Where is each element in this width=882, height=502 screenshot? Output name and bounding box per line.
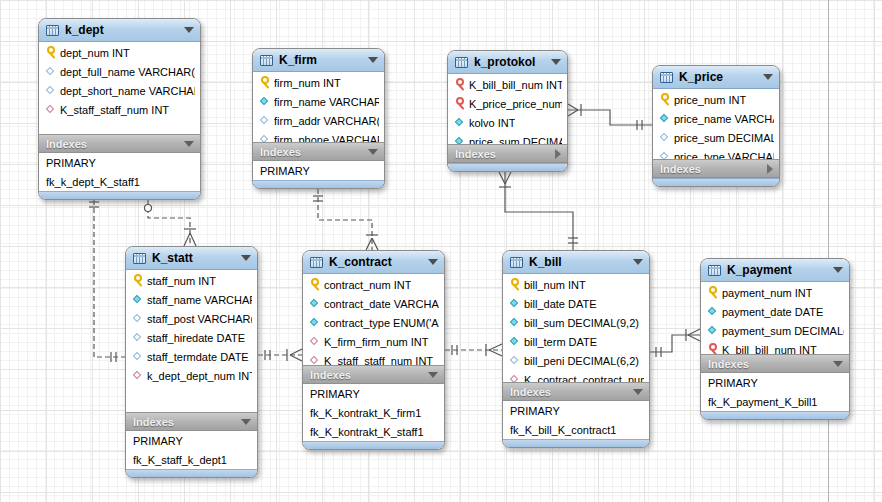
table-K_firm[interactable]: K_firmfirm_num INTfirm_name VARCHAR(45)f… [252,48,385,189]
index-row[interactable]: PRIMARY [701,373,849,392]
collapse-down-arrow-icon[interactable] [633,389,643,395]
index-row[interactable]: fk_K_kontrakt_K_firm1 [303,403,444,422]
column-row[interactable]: firm_name VARCHAR(45) [253,92,384,111]
collapse-arrow-icon[interactable] [428,259,438,265]
columns-section: price_num INTprice_name VARCHAR(45)price… [653,89,779,159]
column-row[interactable]: staff_hiredate DATE [126,328,257,347]
index-row[interactable]: fk_k_dept_K_staff1 [39,172,200,191]
column-row[interactable]: k_dept_dept_num INT [126,366,257,385]
table-header[interactable]: k_dept [39,19,200,42]
table-K_bill[interactable]: K_billbill_num INTbill_date DATEbill_sum… [502,250,650,448]
column-row[interactable]: contract_num INT [303,275,444,294]
table-header[interactable]: K_statt [126,247,257,270]
indexes-header[interactable]: Indexes [303,365,444,384]
indexes-header[interactable]: Indexes [701,354,849,373]
column-row[interactable]: dept_short_name VARCHAR(10) [39,81,200,100]
column-row[interactable]: K_firm_firm_num INT [303,332,444,351]
expand-right-arrow-icon[interactable] [767,164,773,174]
collapse-arrow-icon[interactable] [184,27,194,33]
column-row[interactable]: staff_num INT [126,271,257,290]
relationship-K_statt-K_contract[interactable] [258,349,302,361]
index-row[interactable]: PRIMARY [39,153,200,172]
index-row[interactable]: fk_K_staff_k_dept1 [126,450,257,469]
column-row[interactable]: K_staff_staff_num INT [39,100,200,119]
table-K_statt[interactable]: K_stattstaff_num INTstaff_name VARCHAR(4… [125,246,258,478]
collapse-arrow-icon[interactable] [368,57,378,63]
column-row[interactable]: bill_term DATE [503,332,649,351]
column-row[interactable]: price_type VARCHAR(1) [653,147,779,159]
collapse-down-arrow-icon[interactable] [428,372,438,378]
column-row[interactable]: bill_peni DECIMAL(6,2) [503,351,649,370]
indexes-header[interactable]: Indexes [503,382,649,401]
index-row[interactable]: PRIMARY [503,401,649,420]
collapse-arrow-icon[interactable] [551,59,561,65]
relationship-K_bill-K_payment[interactable] [650,329,700,357]
column-row[interactable]: staff_post VARCHAR(45) [126,309,257,328]
relationship-k_dept-K_statt[interactable] [89,200,125,362]
relationship-k_dept-K_statt[interactable] [145,200,197,246]
relationship-K_bill-k_protokol[interactable] [499,172,578,250]
collapse-down-arrow-icon[interactable] [833,361,843,367]
index-row[interactable]: PRIMARY [126,431,257,450]
column-row[interactable]: contract_date VARCHAR(45) [303,294,444,313]
collapse-down-arrow-icon[interactable] [241,419,251,425]
table-header[interactable]: K_price [653,66,779,89]
column-row[interactable]: firm_addr VARCHAR(45) [253,111,384,130]
column-row[interactable]: price_name VARCHAR(45) [653,109,779,128]
eer-diagram-canvas[interactable]: k_deptdept_num INTdept_full_name VARCHAR… [0,0,882,502]
table-K_price[interactable]: K_priceprice_num INTprice_name VARCHAR(4… [652,65,780,187]
index-row[interactable]: PRIMARY [303,384,444,403]
table-header[interactable]: k_protokol [448,51,567,74]
column-row[interactable]: K_contract_contract_num INT [503,370,649,382]
collapse-arrow-icon[interactable] [833,267,843,273]
column-label: price_num INT [674,94,746,106]
column-row[interactable]: dept_full_name VARCHAR(45) [39,62,200,81]
indexes-header[interactable]: Indexes [448,144,567,163]
column-row[interactable]: payment_sum DECIMAL(9,2) [701,321,849,340]
table-header[interactable]: K_firm [253,49,384,72]
column-row[interactable]: dept_num INT [39,43,200,62]
indexes-header[interactable]: Indexes [39,134,200,153]
relationship-K_price-k_protokol[interactable] [568,104,652,130]
column-row[interactable]: contract_type ENUM('A','B','C') [303,313,444,332]
indexes-header[interactable]: Indexes [126,412,257,431]
column-row[interactable]: payment_date DATE [701,302,849,321]
index-row[interactable]: PRIMARY [253,161,384,180]
table-K_contract[interactable]: K_contractcontract_num INTcontract_date … [302,250,445,450]
relationship-K_contract-K_bill[interactable] [445,344,502,356]
table-k_protokol[interactable]: k_protokolK_bill_bill_num INTK_price_pri… [447,50,568,172]
table-k_dept[interactable]: k_deptdept_num INTdept_full_name VARCHAR… [38,18,201,200]
column-row[interactable]: kolvo INT [448,113,567,132]
column-row[interactable]: bill_sum DECIMAL(9,2) [503,313,649,332]
index-row[interactable]: fk_K_bill_K_contract1 [503,420,649,439]
column-row[interactable]: firm_phone VARCHAR(20) [253,130,384,142]
column-row[interactable]: price_sum DECIMAL(9,2) [653,128,779,147]
indexes-header[interactable]: Indexes [653,159,779,178]
column-row[interactable]: staff_name VARCHAR(45) [126,290,257,309]
collapse-arrow-icon[interactable] [241,255,251,261]
column-row[interactable]: K_bill_bill_num INT [448,75,567,94]
index-row[interactable]: fk_K_kontrakt_K_staff1 [303,422,444,441]
column-row[interactable]: bill_num INT [503,275,649,294]
relationship-K_firm-K_contract[interactable] [313,189,378,250]
column-row[interactable]: staff_termdate DATE [126,347,257,366]
collapse-arrow-icon[interactable] [633,259,643,265]
table-header[interactable]: K_payment [701,259,849,282]
collapse-down-arrow-icon[interactable] [368,149,378,155]
column-row[interactable]: K_price_price_num INT [448,94,567,113]
index-row[interactable]: fk_K_payment_K_bill1 [701,392,849,411]
table-K_payment[interactable]: K_paymentpayment_num INTpayment_date DAT… [700,258,850,420]
column-row[interactable]: price_sum DECIMAL(9,2) [448,132,567,144]
collapse-arrow-icon[interactable] [763,74,773,80]
collapse-down-arrow-icon[interactable] [184,141,194,147]
indexes-header[interactable]: Indexes [253,142,384,161]
table-header[interactable]: K_bill [503,251,649,274]
column-row[interactable]: price_num INT [653,90,779,109]
column-row[interactable]: payment_num INT [701,283,849,302]
column-row[interactable]: K_bill_bill_num INT [701,340,849,354]
column-row[interactable]: firm_num INT [253,73,384,92]
table-header[interactable]: K_contract [303,251,444,274]
column-row[interactable]: K_staff_staff_num INT [303,351,444,365]
column-row[interactable]: bill_date DATE [503,294,649,313]
expand-right-arrow-icon[interactable] [555,149,561,159]
